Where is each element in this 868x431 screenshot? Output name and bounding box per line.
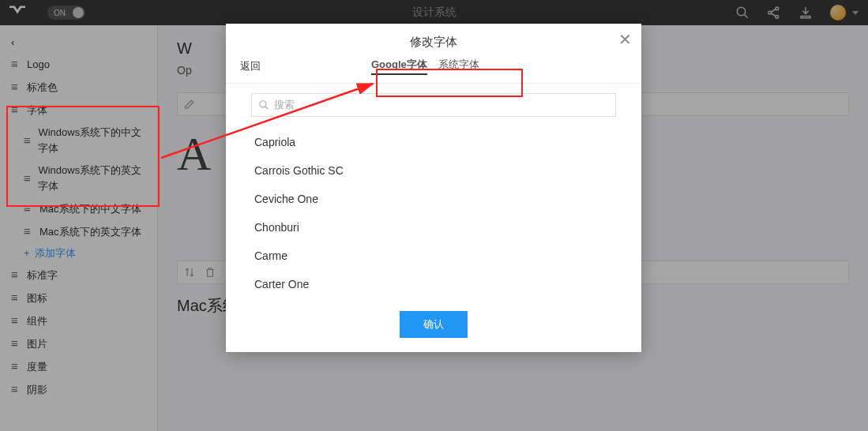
font-option[interactable]: Carme: [251, 242, 616, 270]
font-source-tabs: Google字体 系统字体: [371, 58, 479, 75]
search-input[interactable]: 搜索: [251, 93, 616, 117]
modal-footer: 确认: [226, 302, 641, 352]
tab-system-fonts[interactable]: 系统字体: [438, 58, 479, 75]
modify-font-modal: ✕ 修改字体 返回 Google字体 系统字体 搜索 CapriolaCarro…: [226, 24, 641, 352]
font-option[interactable]: Ceviche One: [251, 185, 616, 213]
search-placeholder: 搜索: [274, 98, 295, 112]
close-icon[interactable]: ✕: [618, 30, 632, 49]
search-icon: [258, 99, 269, 111]
font-option[interactable]: Capriola: [251, 128, 616, 156]
modal-tab-row: 返回 Google字体 系统字体: [226, 58, 641, 84]
font-option[interactable]: Carter One: [251, 270, 616, 298]
font-option[interactable]: Carrois Gothic SC: [251, 156, 616, 185]
svg-line-8: [265, 107, 269, 110]
svg-point-7: [260, 101, 266, 107]
font-option[interactable]: Chonburi: [251, 213, 616, 242]
search-wrap: 搜索: [226, 84, 641, 123]
tab-google-fonts[interactable]: Google字体: [371, 58, 427, 75]
font-list[interactable]: CapriolaCarrois Gothic SCCeviche OneChon…: [239, 123, 629, 302]
back-link[interactable]: 返回: [240, 59, 261, 73]
modal-title: 修改字体: [226, 24, 641, 58]
confirm-button[interactable]: 确认: [400, 311, 468, 338]
